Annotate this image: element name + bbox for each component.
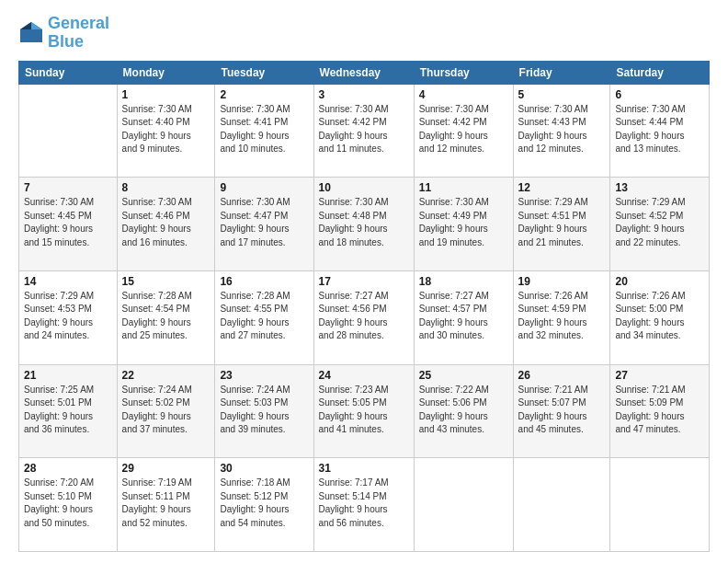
calendar-cell: 24Sunrise: 7:23 AM Sunset: 5:05 PM Dayli… (313, 364, 414, 458)
day-info: Sunrise: 7:24 AM Sunset: 5:02 PM Dayligh… (122, 384, 210, 437)
day-number: 1 (122, 88, 210, 101)
calendar-cell: 15Sunrise: 7:28 AM Sunset: 4:54 PM Dayli… (117, 270, 215, 364)
calendar-cell: 16Sunrise: 7:28 AM Sunset: 4:55 PM Dayli… (215, 270, 313, 364)
day-info: Sunrise: 7:18 AM Sunset: 5:12 PM Dayligh… (220, 477, 308, 530)
day-info: Sunrise: 7:30 AM Sunset: 4:48 PM Dayligh… (319, 196, 409, 249)
calendar-cell: 19Sunrise: 7:26 AM Sunset: 4:59 PM Dayli… (513, 270, 610, 364)
day-info: Sunrise: 7:30 AM Sunset: 4:44 PM Dayligh… (615, 103, 704, 156)
day-info: Sunrise: 7:30 AM Sunset: 4:42 PM Dayligh… (419, 103, 508, 156)
logo: General Blue (18, 15, 109, 52)
calendar-cell: 30Sunrise: 7:18 AM Sunset: 5:12 PM Dayli… (215, 458, 313, 552)
day-info: Sunrise: 7:21 AM Sunset: 5:09 PM Dayligh… (615, 384, 704, 437)
day-number: 20 (615, 275, 704, 288)
weekday-header: Monday (117, 61, 215, 84)
day-number: 22 (122, 369, 210, 382)
day-number: 23 (220, 369, 308, 382)
day-info: Sunrise: 7:21 AM Sunset: 5:07 PM Dayligh… (518, 384, 606, 437)
day-info: Sunrise: 7:28 AM Sunset: 4:55 PM Dayligh… (220, 290, 308, 343)
calendar-week-row: 21Sunrise: 7:25 AM Sunset: 5:01 PM Dayli… (19, 364, 710, 458)
svg-marker-2 (20, 22, 31, 29)
day-number: 31 (319, 462, 409, 475)
logo-icon (18, 20, 44, 46)
calendar-cell: 17Sunrise: 7:27 AM Sunset: 4:56 PM Dayli… (313, 270, 414, 364)
weekday-header: Friday (513, 61, 610, 84)
calendar-cell: 28Sunrise: 7:20 AM Sunset: 5:10 PM Dayli… (19, 458, 118, 552)
day-number: 28 (24, 462, 112, 475)
calendar-week-row: 28Sunrise: 7:20 AM Sunset: 5:10 PM Dayli… (19, 458, 710, 552)
day-number: 16 (220, 275, 308, 288)
svg-marker-1 (31, 22, 42, 29)
calendar-cell: 20Sunrise: 7:26 AM Sunset: 5:00 PM Dayli… (610, 270, 710, 364)
day-number: 3 (319, 88, 409, 101)
calendar-cell: 11Sunrise: 7:30 AM Sunset: 4:49 PM Dayli… (414, 178, 513, 271)
day-number: 19 (518, 275, 606, 288)
calendar-cell: 31Sunrise: 7:17 AM Sunset: 5:14 PM Dayli… (313, 458, 414, 552)
day-info: Sunrise: 7:30 AM Sunset: 4:42 PM Dayligh… (319, 103, 409, 156)
day-info: Sunrise: 7:30 AM Sunset: 4:45 PM Dayligh… (24, 196, 112, 249)
weekday-header: Tuesday (215, 61, 313, 84)
day-number: 27 (615, 369, 704, 382)
calendar-table: SundayMondayTuesdayWednesdayThursdayFrid… (18, 61, 710, 552)
day-info: Sunrise: 7:28 AM Sunset: 4:54 PM Dayligh… (122, 290, 210, 343)
day-info: Sunrise: 7:23 AM Sunset: 5:05 PM Dayligh… (319, 384, 409, 437)
day-number: 26 (518, 369, 606, 382)
day-info: Sunrise: 7:22 AM Sunset: 5:06 PM Dayligh… (419, 384, 508, 437)
day-info: Sunrise: 7:27 AM Sunset: 4:56 PM Dayligh… (319, 290, 409, 343)
day-info: Sunrise: 7:30 AM Sunset: 4:46 PM Dayligh… (122, 196, 210, 249)
calendar-cell: 18Sunrise: 7:27 AM Sunset: 4:57 PM Dayli… (414, 270, 513, 364)
day-number: 29 (122, 462, 210, 475)
calendar-cell: 1Sunrise: 7:30 AM Sunset: 4:40 PM Daylig… (117, 84, 215, 178)
day-number: 8 (122, 181, 210, 194)
day-number: 21 (24, 369, 112, 382)
day-info: Sunrise: 7:26 AM Sunset: 4:59 PM Dayligh… (518, 290, 606, 343)
calendar-week-row: 14Sunrise: 7:29 AM Sunset: 4:53 PM Dayli… (19, 270, 710, 364)
day-number: 13 (615, 181, 704, 194)
day-number: 14 (24, 275, 112, 288)
day-number: 15 (122, 275, 210, 288)
calendar-cell: 29Sunrise: 7:19 AM Sunset: 5:11 PM Dayli… (117, 458, 215, 552)
page: General Blue SundayMondayTuesdayWednesda… (0, 0, 728, 563)
calendar-cell: 25Sunrise: 7:22 AM Sunset: 5:06 PM Dayli… (414, 364, 513, 458)
day-info: Sunrise: 7:19 AM Sunset: 5:11 PM Dayligh… (122, 477, 210, 530)
day-info: Sunrise: 7:17 AM Sunset: 5:14 PM Dayligh… (319, 477, 409, 530)
calendar-cell (414, 458, 513, 552)
calendar-cell: 9Sunrise: 7:30 AM Sunset: 4:47 PM Daylig… (215, 178, 313, 271)
day-info: Sunrise: 7:29 AM Sunset: 4:53 PM Dayligh… (24, 290, 112, 343)
day-info: Sunrise: 7:25 AM Sunset: 5:01 PM Dayligh… (24, 384, 112, 437)
calendar-cell: 2Sunrise: 7:30 AM Sunset: 4:41 PM Daylig… (215, 84, 313, 178)
calendar-cell: 26Sunrise: 7:21 AM Sunset: 5:07 PM Dayli… (513, 364, 610, 458)
calendar-cell (19, 84, 118, 178)
day-info: Sunrise: 7:26 AM Sunset: 5:00 PM Dayligh… (615, 290, 704, 343)
day-number: 30 (220, 462, 308, 475)
logo-text: General Blue (48, 15, 109, 52)
day-number: 25 (419, 369, 508, 382)
weekday-header-row: SundayMondayTuesdayWednesdayThursdayFrid… (19, 61, 710, 84)
calendar-cell: 5Sunrise: 7:30 AM Sunset: 4:43 PM Daylig… (513, 84, 610, 178)
day-info: Sunrise: 7:30 AM Sunset: 4:43 PM Dayligh… (518, 103, 606, 156)
calendar-cell: 8Sunrise: 7:30 AM Sunset: 4:46 PM Daylig… (117, 178, 215, 271)
calendar-cell: 3Sunrise: 7:30 AM Sunset: 4:42 PM Daylig… (313, 84, 414, 178)
weekday-header: Saturday (610, 61, 710, 84)
calendar-cell: 27Sunrise: 7:21 AM Sunset: 5:09 PM Dayli… (610, 364, 710, 458)
day-number: 9 (220, 181, 308, 194)
day-number: 2 (220, 88, 308, 101)
day-info: Sunrise: 7:30 AM Sunset: 4:40 PM Dayligh… (122, 103, 210, 156)
calendar-cell: 13Sunrise: 7:29 AM Sunset: 4:52 PM Dayli… (610, 178, 710, 271)
day-number: 4 (419, 88, 508, 101)
day-info: Sunrise: 7:30 AM Sunset: 4:49 PM Dayligh… (419, 196, 508, 249)
day-number: 18 (419, 275, 508, 288)
day-info: Sunrise: 7:30 AM Sunset: 4:47 PM Dayligh… (220, 196, 308, 249)
calendar-cell (513, 458, 610, 552)
day-info: Sunrise: 7:24 AM Sunset: 5:03 PM Dayligh… (220, 384, 308, 437)
day-number: 12 (518, 181, 606, 194)
day-number: 24 (319, 369, 409, 382)
day-number: 7 (24, 181, 112, 194)
calendar-week-row: 1Sunrise: 7:30 AM Sunset: 4:40 PM Daylig… (19, 84, 710, 178)
day-number: 5 (518, 88, 606, 101)
calendar-cell: 22Sunrise: 7:24 AM Sunset: 5:02 PM Dayli… (117, 364, 215, 458)
day-info: Sunrise: 7:29 AM Sunset: 4:52 PM Dayligh… (615, 196, 704, 249)
calendar-cell (610, 458, 710, 552)
calendar-cell: 4Sunrise: 7:30 AM Sunset: 4:42 PM Daylig… (414, 84, 513, 178)
calendar-cell: 12Sunrise: 7:29 AM Sunset: 4:51 PM Dayli… (513, 178, 610, 271)
day-info: Sunrise: 7:29 AM Sunset: 4:51 PM Dayligh… (518, 196, 606, 249)
